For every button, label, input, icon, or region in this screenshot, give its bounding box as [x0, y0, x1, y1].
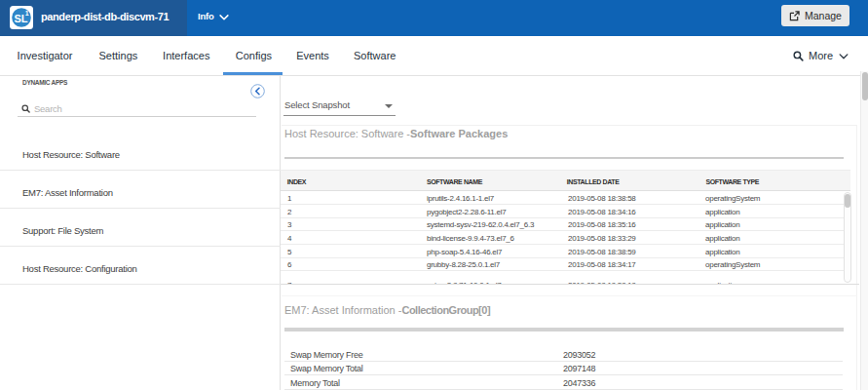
svg-text:1: 1 [25, 10, 29, 17]
